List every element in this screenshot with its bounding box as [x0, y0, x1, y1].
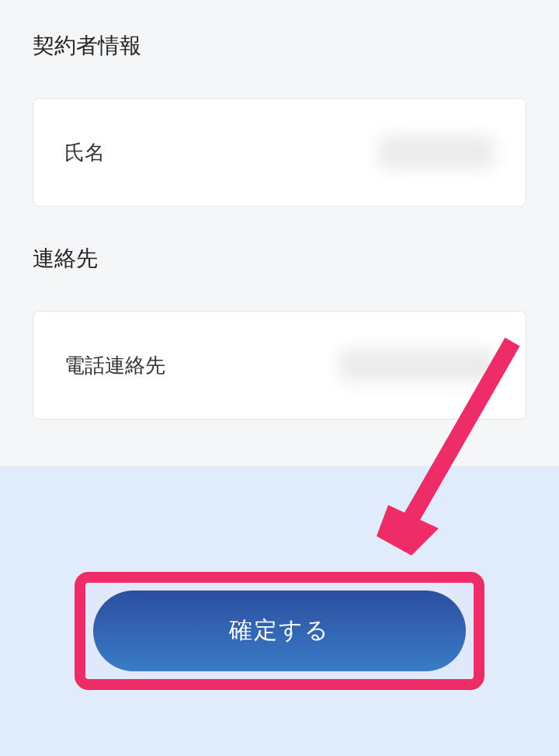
name-label: 氏名 [64, 139, 105, 166]
name-card: 氏名 [33, 98, 526, 207]
phone-card: 電話連絡先 [33, 311, 526, 420]
contractor-info-title: 契約者情報 [33, 31, 526, 61]
name-value-redacted [378, 136, 495, 169]
upper-section: 契約者情報 氏名 連絡先 電話連絡先 [0, 0, 559, 452]
confirm-button[interactable]: 確定する [93, 591, 466, 671]
button-highlight-annotation: 確定する [75, 572, 484, 690]
phone-value-redacted [339, 349, 495, 381]
contact-info-title: 連絡先 [33, 244, 526, 273]
lower-section: 確定する [0, 466, 559, 756]
phone-label: 電話連絡先 [64, 352, 165, 379]
